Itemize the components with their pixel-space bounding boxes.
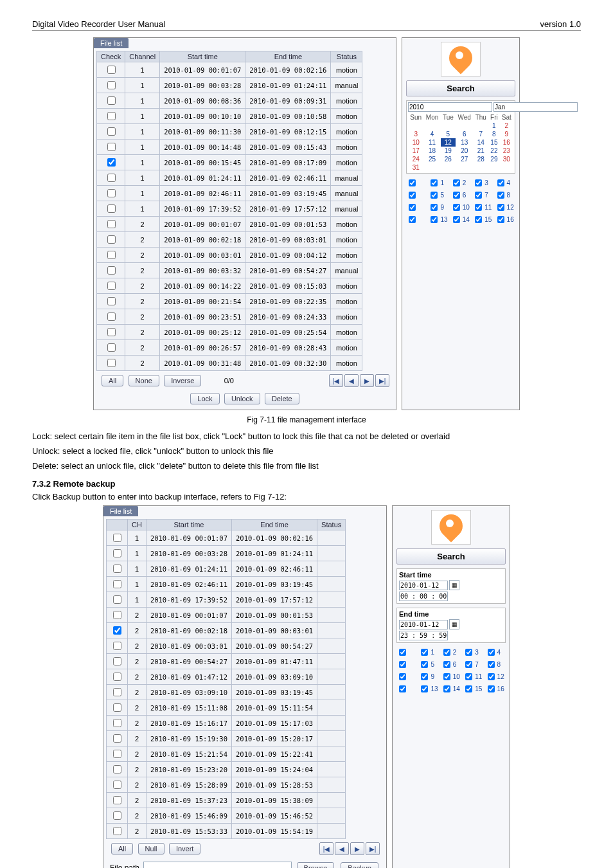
calendar-day[interactable]: 18 (423, 147, 440, 155)
channel-checkbox[interactable]: 8 (495, 190, 515, 201)
row-checkbox[interactable] (113, 626, 121, 635)
row-checkbox[interactable] (113, 719, 121, 727)
calendar-day[interactable]: 1 (488, 122, 500, 130)
row-checkbox[interactable] (113, 642, 121, 650)
calendar-day[interactable] (456, 122, 473, 130)
null-button[interactable]: Null (138, 843, 164, 854)
table-row[interactable]: 22010-01-09 15:37:232010-01-09 15:38:09 (107, 793, 346, 808)
start-date-input[interactable] (399, 581, 448, 590)
calendar-day[interactable] (500, 163, 513, 172)
channel-checkbox[interactable]: 7 (472, 190, 493, 201)
end-date-input[interactable] (399, 620, 448, 629)
table-row[interactable]: 12010-01-09 00:15:452010-01-09 00:17:09m… (97, 155, 362, 170)
table-row[interactable]: 22010-01-09 15:19:302010-01-09 15:20:17 (107, 731, 346, 746)
calendar-day[interactable]: 22 (488, 147, 500, 155)
search-button[interactable]: Search (396, 548, 506, 565)
channel-row-checkbox[interactable] (406, 202, 427, 213)
calendar-day[interactable] (473, 122, 488, 130)
row-checkbox[interactable] (113, 703, 121, 712)
calendar-day[interactable]: 20 (456, 147, 473, 155)
table-row[interactable]: 12010-01-09 00:11:302010-01-09 00:12:15m… (97, 124, 362, 140)
row-checkbox[interactable] (107, 127, 116, 136)
channel-checkbox[interactable]: 5 (418, 659, 439, 670)
calendar-day[interactable]: 13 (456, 138, 473, 147)
table-row[interactable]: 12010-01-09 00:03:282010-01-09 01:24:11 (107, 546, 346, 561)
row-checkbox[interactable] (107, 282, 116, 290)
calendar-day[interactable]: 23 (500, 147, 513, 155)
table-row[interactable]: 22010-01-09 00:25:122010-01-09 00:25:54m… (97, 325, 362, 340)
none-button[interactable]: None (129, 375, 159, 386)
table-row[interactable]: 12010-01-09 00:08:362010-01-09 00:09:31m… (97, 93, 362, 109)
prev-page-icon[interactable]: ◀ (335, 842, 349, 855)
row-checkbox[interactable] (107, 81, 116, 89)
table-row[interactable]: 22010-01-09 00:14:222010-01-09 00:15:03m… (97, 278, 362, 294)
row-checkbox[interactable] (107, 66, 116, 74)
unlock-button[interactable]: Unlock (224, 393, 260, 404)
calendar-day[interactable]: 5 (441, 130, 456, 138)
invert-button[interactable]: Invert (169, 843, 201, 854)
channel-checkbox[interactable]: 16 (495, 214, 515, 225)
channel-checkbox[interactable]: 12 (485, 671, 506, 682)
calendar-day[interactable]: 28 (473, 155, 488, 163)
calendar-day[interactable]: 27 (456, 155, 473, 163)
calendar-day[interactable]: 6 (456, 130, 473, 138)
all-button[interactable]: All (102, 375, 123, 386)
row-checkbox[interactable] (113, 827, 121, 835)
channel-checkbox[interactable]: 12 (495, 202, 515, 213)
calendar-day[interactable]: 12 (441, 138, 456, 147)
search-button[interactable]: Search (406, 80, 515, 96)
row-checkbox[interactable] (113, 611, 121, 619)
table-row[interactable]: 22010-01-09 00:26:572010-01-09 00:28:43m… (97, 340, 362, 356)
row-checkbox[interactable] (113, 765, 121, 773)
row-checkbox[interactable] (107, 112, 116, 120)
calendar-day[interactable]: 15 (488, 138, 500, 147)
calendar-day[interactable]: 16 (500, 138, 513, 147)
calendar-day[interactable]: 4 (423, 130, 440, 138)
table-row[interactable]: 12010-01-09 00:01:072010-01-09 00:02:16m… (97, 62, 362, 78)
channel-checkbox[interactable]: 10 (450, 202, 471, 213)
row-checkbox[interactable] (113, 580, 121, 588)
channel-row-checkbox[interactable] (396, 659, 417, 670)
calendar-day[interactable] (408, 122, 423, 130)
calendar-day[interactable]: 7 (473, 130, 488, 138)
date-picker-icon[interactable]: ▦ (449, 619, 459, 629)
row-checkbox[interactable] (107, 220, 116, 228)
calendar-day[interactable] (423, 163, 440, 172)
row-checkbox[interactable] (107, 359, 116, 367)
channel-checkbox[interactable]: 4 (485, 647, 506, 658)
table-row[interactable]: 22010-01-09 15:23:202010-01-09 15:24:04 (107, 762, 346, 777)
channel-row-checkbox[interactable] (406, 177, 427, 188)
calendar-day[interactable]: 11 (423, 138, 440, 147)
table-row[interactable]: 22010-01-09 15:16:172010-01-09 15:17:03 (107, 716, 346, 731)
table-row[interactable]: 12010-01-09 02:46:112010-01-09 03:19:45 (107, 577, 346, 592)
calendar-day[interactable]: 26 (441, 155, 456, 163)
table-row[interactable]: 12010-01-09 01:24:112010-01-09 02:46:11 (107, 561, 346, 577)
channel-checkbox[interactable]: 6 (441, 659, 461, 670)
all-button[interactable]: All (111, 843, 133, 854)
last-page-icon[interactable]: ▶| (366, 842, 380, 855)
channel-row-checkbox[interactable] (406, 214, 427, 225)
channel-checkbox[interactable]: 7 (463, 659, 483, 670)
channel-checkbox[interactable]: 15 (472, 214, 493, 225)
calendar-day[interactable]: 8 (488, 130, 500, 138)
table-row[interactable]: 12010-01-09 17:39:522010-01-09 17:57:12 (107, 592, 346, 608)
channel-checkbox[interactable]: 2 (450, 177, 471, 188)
channel-checkbox[interactable]: 1 (418, 647, 439, 658)
channel-checkbox[interactable]: 10 (441, 671, 461, 682)
calendar-day[interactable] (423, 122, 440, 130)
row-checkbox[interactable] (107, 235, 116, 244)
last-page-icon[interactable]: ▶| (375, 374, 389, 387)
calendar-day[interactable]: 25 (423, 155, 440, 163)
calendar-day[interactable]: 24 (408, 155, 423, 163)
table-row[interactable]: 22010-01-09 00:54:272010-01-09 01:47:11 (107, 654, 346, 669)
next-page-icon[interactable]: ▶ (350, 842, 364, 855)
calendar[interactable]: SunMonTueWedThuFriSat1234567891011121314… (406, 100, 515, 174)
channel-checkbox[interactable]: 5 (428, 190, 449, 201)
channel-row-checkbox[interactable] (396, 671, 417, 682)
calendar-day[interactable]: 14 (473, 138, 488, 147)
end-time-input[interactable] (399, 631, 448, 640)
calendar-day[interactable]: 29 (488, 155, 500, 163)
channel-checkbox[interactable]: 9 (418, 671, 439, 682)
row-checkbox[interactable] (113, 549, 121, 557)
browse-button[interactable]: Browse (297, 862, 335, 868)
